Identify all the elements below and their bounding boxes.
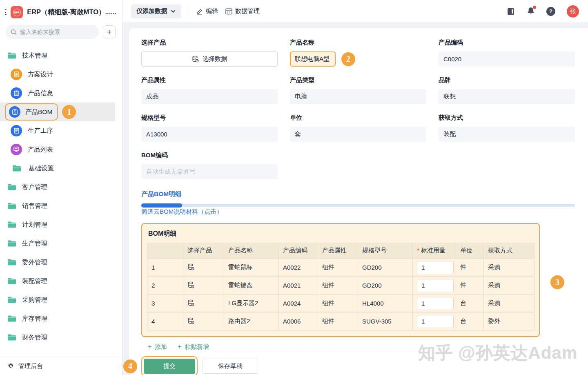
form-grid: 选择产品 选择数据 产品名称 联想电脑A型 2 <box>141 39 575 179</box>
annotation-badge-3: 3 <box>550 275 564 289</box>
hamburger-menu-icon[interactable] <box>5 9 7 15</box>
app-title: ERP（精细版-离散MTO）...... <box>27 8 116 17</box>
field-product-code: 产品编码 C0020 <box>439 39 575 67</box>
notifications-button[interactable] <box>527 7 535 16</box>
edit-button[interactable]: 编辑 <box>196 7 218 15</box>
select-data-button[interactable]: 选择数据 <box>141 51 278 67</box>
sidebar-item-产品信息[interactable]: 产品信息 <box>0 84 122 103</box>
bom-col-产品名称: 产品名称 <box>224 243 279 259</box>
sidebar-item-label: 产品列表 <box>28 145 53 154</box>
save-draft-button[interactable]: 保存草稿 <box>203 359 258 374</box>
database-select-icon[interactable] <box>187 317 194 324</box>
database-select-icon <box>192 56 199 62</box>
database-select-icon[interactable] <box>187 263 194 270</box>
admin-backend-label: 管理后台 <box>18 362 43 370</box>
journal-panel-icon[interactable] <box>506 7 515 16</box>
sidebar-item-销售管理[interactable]: 销售管理 <box>0 196 122 215</box>
clipboard-icon <box>11 87 22 99</box>
app-root: ERP ERP（精细版-离散MTO）...... + 技术管理方案设计产品信息产… <box>0 0 588 375</box>
sidebar-item-生产管理[interactable]: 生产管理 <box>0 234 122 253</box>
row-qty[interactable] <box>413 277 456 295</box>
search-input[interactable] <box>20 29 94 35</box>
qty-input[interactable] <box>417 261 454 274</box>
sidebar-item-库存管理[interactable]: 库存管理 <box>0 309 122 328</box>
topbar-right-icons: ? 张 <box>506 5 579 18</box>
row-select-product[interactable] <box>183 295 224 312</box>
bom-col-产品属性: 产品属性 <box>318 243 358 259</box>
sidebar-item-装配管理[interactable]: 装配管理 <box>0 272 122 290</box>
qty-input[interactable] <box>417 315 454 328</box>
sidebar-item-基础设置[interactable]: 基础设置 <box>0 159 122 178</box>
sidebar: ERP ERP（精细版-离散MTO）...... + 技术管理方案设计产品信息产… <box>0 0 122 375</box>
bom-table-row: 1雷蛇鼠标A0022组件GD200件采购 <box>147 259 535 277</box>
row-select-product[interactable] <box>183 312 224 330</box>
notification-dot <box>532 5 537 9</box>
search-box[interactable] <box>6 25 99 39</box>
row-qty[interactable] <box>413 259 456 277</box>
field-unit: 单位 套 <box>290 114 426 142</box>
row-unit: 件 <box>456 259 484 277</box>
sidebar-item-label: 财务管理 <box>22 333 47 342</box>
content-area: 选择产品 选择数据 产品名称 联想电脑A型 2 <box>122 23 588 375</box>
row-product-name: 路由器2 <box>224 312 279 330</box>
row-select-product[interactable] <box>183 259 224 277</box>
bom-table-row: 3LG显示器2A0024组件HL4000台采购 <box>147 295 535 312</box>
submit-button[interactable]: 提交 <box>144 359 195 374</box>
sidebar-item-label: 技术管理 <box>22 51 47 60</box>
sidebar-item-财务管理[interactable]: 财务管理 <box>0 328 122 347</box>
acquire-value: 装配 <box>439 127 575 142</box>
qty-input[interactable] <box>417 279 454 292</box>
field-product-type: 产品类型 电脑 <box>290 76 426 104</box>
bom-detail-title: BOM明细 <box>148 230 534 238</box>
bom-col-获取方式: 获取方式 <box>484 243 535 259</box>
qty-input[interactable] <box>417 297 454 310</box>
folder-icon <box>7 315 16 322</box>
row-product-code: A0022 <box>279 259 318 277</box>
sidebar-item-产品BOM[interactable]: 产品BOM1 <box>0 103 115 121</box>
required-asterisk: * <box>417 247 419 254</box>
submit-highlight-wrap: 4 提交 <box>141 356 198 375</box>
bom-code-input[interactable]: 自动生成无需填写 <box>141 164 278 179</box>
sidebar-item-label: 基础设置 <box>29 164 54 173</box>
sidebar-item-生产工序[interactable]: 生产工序 <box>0 121 122 140</box>
database-select-icon[interactable] <box>187 281 194 288</box>
data-table-icon <box>225 8 232 15</box>
sidebar-item-计划管理[interactable]: 计划管理 <box>0 215 122 234</box>
bom-col-产品编码: 产品编码 <box>279 243 318 259</box>
product-name-input[interactable]: 联想电脑A型 <box>290 51 336 67</box>
sidebar-item-产品列表[interactable]: 产品列表 <box>0 140 122 159</box>
paste-add-link[interactable]: +粘贴新增 <box>178 343 209 351</box>
bom-doc-link[interactable]: 简道云BOM说明材料（点击） <box>141 208 223 216</box>
folder-icon <box>7 202 16 210</box>
sidebar-item-label: 库存管理 <box>22 315 47 323</box>
sidebar-item-方案设计[interactable]: 方案设计 <box>0 65 122 84</box>
row-spec: HL4000 <box>358 295 413 312</box>
help-button[interactable]: ? <box>546 7 555 16</box>
row-select-product[interactable] <box>183 277 224 295</box>
bom-detail-box: BOM明细 选择产品产品名称产品编码产品属性规格型号*标准用量单位获取方式 1雷… <box>141 223 540 337</box>
folder-icon <box>7 52 16 59</box>
plus-icon: + <box>148 343 152 351</box>
folder-icon <box>7 277 16 285</box>
sidebar-item-技术管理[interactable]: 技术管理 <box>0 46 122 65</box>
add-row-link[interactable]: +添加 <box>148 343 167 351</box>
sidebar-item-label: 计划管理 <box>22 221 47 229</box>
row-qty[interactable] <box>413 295 456 312</box>
row-qty[interactable] <box>413 312 456 330</box>
data-manage-button[interactable]: 数据管理 <box>225 7 260 15</box>
tab-product-bom-detail[interactable]: 产品BOM明细 <box>141 190 575 199</box>
admin-backend-link[interactable]: 管理后台 <box>0 357 122 375</box>
sidebar-item-采购管理[interactable]: 采购管理 <box>0 290 122 309</box>
add-new-button[interactable]: + <box>103 25 116 38</box>
sidebar-item-客户管理[interactable]: 客户管理 <box>0 178 122 196</box>
product-code-value: C0020 <box>439 51 575 67</box>
mode-dropdown-button[interactable]: 仅添加数据 <box>131 4 181 18</box>
row-product-attr: 组件 <box>318 312 358 330</box>
database-select-icon[interactable] <box>187 299 194 306</box>
product-type-value: 电脑 <box>290 89 426 104</box>
bom-col-选择产品: 选择产品 <box>183 243 224 259</box>
sidebar-header: ERP ERP（精细版-离散MTO）...... <box>0 0 122 21</box>
folder-icon <box>7 259 16 266</box>
sidebar-item-委外管理[interactable]: 委外管理 <box>0 253 122 272</box>
user-avatar[interactable]: 张 <box>567 5 579 18</box>
